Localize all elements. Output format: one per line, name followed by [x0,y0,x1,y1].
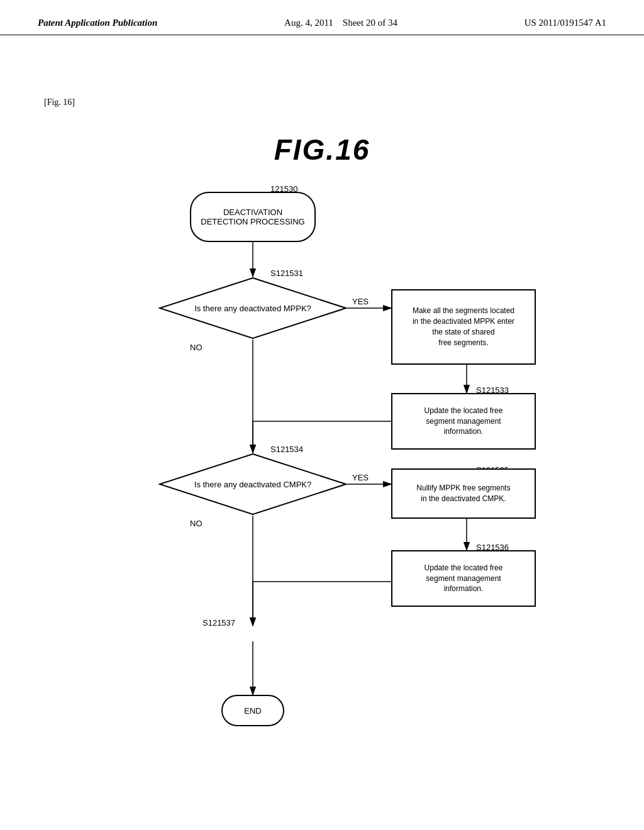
flowchart-diagram: DEACTIVATION DETECTION PROCESSING 121530… [39,167,605,827]
end-node: END [221,695,284,726]
page-header: Patent Application Publication Aug. 4, 2… [0,0,644,35]
date: Aug. 4, 2011 [284,18,333,28]
diamond1: Is there any deactivated MPPK? [158,277,347,340]
diamond1-no-label: NO [190,343,203,352]
diamond1-yes-label: YES [352,297,369,306]
box4-label: Update the located free segment manageme… [425,563,503,594]
box1: Make all the segments located in the dea… [391,289,536,365]
start-node-id: 121530 [270,184,297,194]
svg-marker-13 [160,278,346,338]
fig-label: [Fig. 16] [44,97,75,108]
end-node-label: END [244,706,261,716]
box3-label: Nullify MPPK free segments in the deacti… [416,483,510,504]
box2-label: Update the located free segment manageme… [425,406,503,437]
box3: Nullify MPPK free segments in the deacti… [391,468,536,519]
patent-number: US 2011/0191547 A1 [525,18,606,28]
diamond2: Is there any deactivated CMPK? [158,453,347,516]
diamond2-no-label: NO [190,519,203,528]
start-node-label: DEACTIVATION DETECTION PROCESSING [201,208,304,226]
publication-label: Patent Application Publication [38,18,157,28]
end-step-id: S121537 [203,618,235,628]
svg-marker-14 [160,454,346,514]
date-sheet: Aug. 4, 2011 Sheet 20 of 34 [284,18,397,28]
fig-title: FIG.16 [0,133,644,167]
box1-label: Make all the segments located in the dea… [413,306,514,348]
sheet: Sheet 20 of 34 [343,18,397,28]
box4: Update the located free segment manageme… [391,550,536,607]
box2: Update the located free segment manageme… [391,393,536,450]
page: Patent Application Publication Aug. 4, 2… [0,0,644,830]
diamond2-yes-label: YES [352,473,369,482]
start-node: DEACTIVATION DETECTION PROCESSING [190,192,316,242]
